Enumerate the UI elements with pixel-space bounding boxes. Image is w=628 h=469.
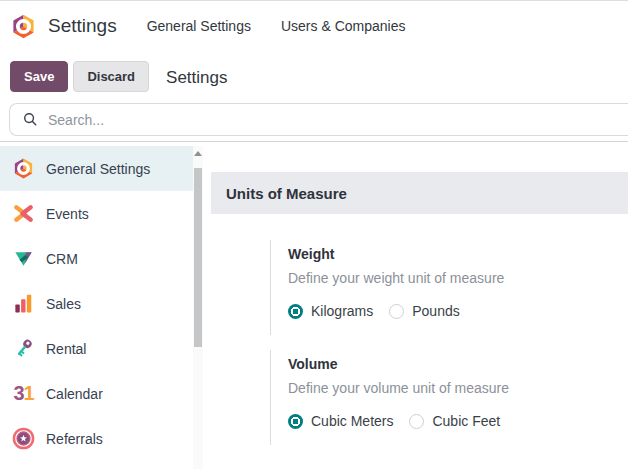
search-panel: Search... [0,93,628,142]
sidebar-item-general-settings[interactable]: General Settings [0,146,193,191]
radio-option-kilograms[interactable]: Kilograms [288,303,373,319]
odoo-logo-icon[interactable] [10,13,37,40]
sidebar-item-events[interactable]: Events [0,191,193,236]
setting-block-weight: Weight Define your weight unit of measur… [270,240,628,335]
radio-button-icon[interactable] [389,304,404,319]
sidebar-item-referrals[interactable]: Referrals [0,416,193,461]
sales-icon [12,292,35,315]
sidebar-item-sales[interactable]: Sales [0,281,193,326]
weight-radio-group: Kilograms Pounds [288,303,628,319]
sidebar-scrollbar[interactable] [193,146,203,469]
sidebar-item-crm[interactable]: CRM [0,236,193,281]
volume-radio-group: Cubic Meters Cubic Feet [288,413,628,429]
radio-label[interactable]: Pounds [412,303,459,319]
radio-label[interactable]: Cubic Feet [432,413,500,429]
setting-description: Define your volume unit of measure [288,380,628,396]
settings-sidebar: General Settings Events [0,142,204,469]
calendar-icon: 31 [12,382,35,405]
crm-icon [12,247,35,270]
sidebar-item-label: Events [46,206,89,222]
setting-title: Volume [288,356,628,372]
settings-content: Units of Measure Weight Define your weig… [204,142,628,469]
setting-title: Weight [288,246,628,262]
sidebar-item-label: Sales [46,296,81,312]
menu-general-settings[interactable]: General Settings [147,18,251,34]
section-title: Units of Measure [226,185,347,202]
save-button[interactable]: Save [10,61,68,92]
settings-app-window: Settings General Settings Users & Compan… [0,0,628,469]
setting-description: Define your weight unit of measure [288,270,628,286]
scrollbar-thumb[interactable] [194,168,202,347]
radio-button-icon[interactable] [288,414,303,429]
top-navbar: Settings General Settings Users & Compan… [0,1,628,51]
sidebar-item-label: General Settings [46,161,150,177]
sidebar-item-label: Rental [46,341,86,357]
sidebar-item-label: CRM [46,251,78,267]
radio-option-cubic-feet[interactable]: Cubic Feet [409,413,500,429]
sidebar-item-rental[interactable]: Rental [0,326,193,371]
breadcrumb: Settings [166,66,227,88]
app-title[interactable]: Settings [48,15,117,37]
radio-button-icon[interactable] [288,304,303,319]
scroll-up-arrow-icon[interactable] [194,151,202,156]
radio-option-pounds[interactable]: Pounds [389,303,459,319]
control-panel: Save Discard Settings [0,51,628,93]
radio-label[interactable]: Kilograms [311,303,373,319]
calendar-digit-1: 1 [24,382,34,405]
radio-label[interactable]: Cubic Meters [311,413,393,429]
sidebar-item-label: Referrals [46,431,103,447]
events-icon [12,202,35,225]
odoo-logo-icon [12,157,35,180]
section-header-units-of-measure: Units of Measure [211,172,628,214]
search-placeholder: Search... [48,112,104,128]
sidebar-item-label: Calendar [46,386,103,402]
referrals-icon [12,427,35,450]
settings-body: General Settings Events [0,142,628,469]
sidebar-item-calendar[interactable]: 31 Calendar [0,371,193,416]
rental-icon [12,337,35,360]
search-icon [22,111,39,128]
search-input[interactable]: Search... [9,103,628,136]
calendar-digit-3: 3 [13,382,23,405]
menu-users-companies[interactable]: Users & Companies [281,18,406,34]
radio-option-cubic-meters[interactable]: Cubic Meters [288,413,393,429]
settings-column: Weight Define your weight unit of measur… [270,240,628,445]
setting-block-volume: Volume Define your volume unit of measur… [270,350,628,445]
discard-button[interactable]: Discard [73,61,149,92]
radio-button-icon[interactable] [409,414,424,429]
